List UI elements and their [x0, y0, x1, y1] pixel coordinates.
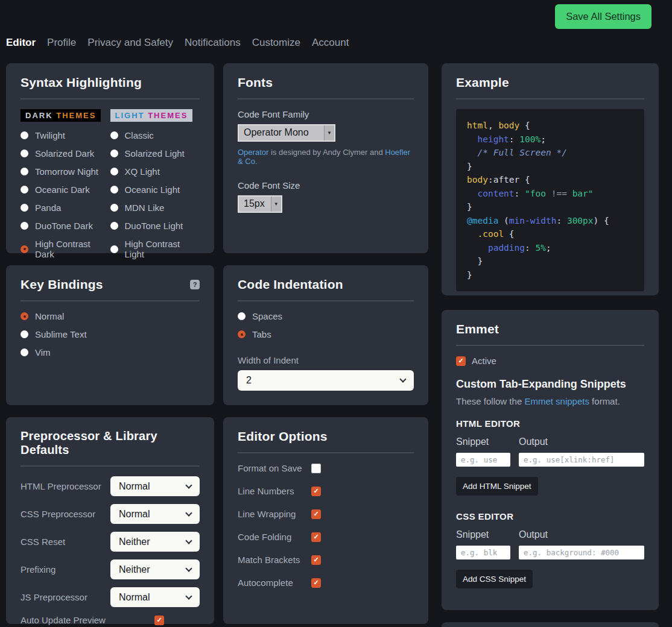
tab-editor[interactable]: Editor: [6, 37, 36, 49]
dark-theme-option[interactable]: High Contrast Dark: [21, 239, 110, 259]
save-all-settings-button[interactable]: Save All Settings: [555, 4, 651, 29]
output-label: Output: [519, 436, 548, 447]
light-theme-option[interactable]: Solarized Light: [110, 148, 200, 159]
help-icon[interactable]: ?: [190, 280, 200, 289]
dark-theme-option[interactable]: Panda: [21, 203, 110, 213]
line-wrapping-checkbox[interactable]: ✓: [311, 509, 321, 519]
code-font-family-select[interactable]: Operator Mono ▼: [238, 124, 335, 142]
tab-account[interactable]: Account: [312, 37, 349, 49]
light-theme-option[interactable]: DuoTone Light: [110, 221, 200, 231]
select-value: Normal: [119, 481, 150, 492]
radio-button[interactable]: [21, 186, 28, 194]
key-binding-option[interactable]: Sublime Text: [21, 329, 200, 339]
radio-button[interactable]: [238, 330, 246, 338]
light-themes-column: LIGHT THEMES ClassicSolarized LightXQ Li…: [110, 109, 200, 267]
dark-theme-option[interactable]: Tomorrow Night: [21, 166, 110, 177]
light-theme-option[interactable]: Oceanic Light: [110, 184, 200, 195]
radio-button[interactable]: [21, 131, 28, 139]
dark-theme-option[interactable]: DuoTone Dark: [21, 221, 110, 231]
format-on-save-checkbox[interactable]: [311, 464, 321, 473]
line-numbers-checkbox[interactable]: ✓: [311, 487, 321, 496]
auto-update-label: Auto Update Preview: [21, 615, 154, 625]
editor-option-label: Line Wrapping: [238, 509, 311, 519]
dark-theme-option[interactable]: Twilight: [21, 130, 110, 140]
match-brackets-checkbox[interactable]: ✓: [311, 555, 321, 565]
emmet-active-checkbox[interactable]: ✓: [456, 356, 466, 366]
radio-button[interactable]: [238, 312, 246, 320]
editor-options-panel: Editor Options Format on SaveLine Number…: [223, 417, 428, 624]
prefixing-select[interactable]: Neither: [110, 559, 200, 579]
dark-theme-option[interactable]: Oceanic Dark: [21, 184, 110, 195]
html-output-input[interactable]: [519, 453, 644, 467]
preprocessor-row: PrefixingNeither: [21, 559, 200, 579]
add-html-snippet-button[interactable]: Add HTML Snippet: [456, 477, 538, 496]
radio-button[interactable]: [110, 168, 118, 175]
radio-button[interactable]: [110, 186, 118, 194]
emmet-snippets-link[interactable]: Emmet snippets: [524, 396, 589, 406]
indentation-option[interactable]: Tabs: [238, 329, 414, 339]
css-snippet-inputs: [456, 546, 644, 559]
radio-button[interactable]: [21, 348, 28, 356]
chevron-down-icon: [185, 509, 192, 516]
radio-button[interactable]: [21, 168, 28, 175]
radio-button[interactable]: [21, 330, 28, 338]
code-folding-checkbox[interactable]: ✓: [311, 532, 321, 542]
indentation-option[interactable]: Spaces: [238, 311, 414, 321]
css-preprocessor-select[interactable]: Normal: [110, 504, 200, 524]
autocomplete-checkbox[interactable]: ✓: [311, 578, 321, 588]
code-token: (: [498, 216, 509, 225]
code-token: :: [509, 134, 519, 144]
key-binding-option[interactable]: Normal: [21, 311, 200, 321]
css-output-input[interactable]: [519, 546, 644, 559]
js-preprocessor-select[interactable]: Normal: [110, 587, 200, 607]
css-reset-select[interactable]: Neither: [110, 532, 200, 552]
light-theme-option[interactable]: Classic: [110, 130, 200, 140]
light-theme-option[interactable]: MDN Like: [110, 203, 200, 213]
select-value: Normal: [119, 509, 150, 520]
radio-button[interactable]: [21, 312, 28, 320]
code-font-size-select[interactable]: 15px ▼: [238, 195, 282, 213]
preprocessor-row: JS PreprocessorNormal: [21, 587, 200, 607]
add-css-snippet-button[interactable]: Add CSS Snippet: [456, 570, 533, 588]
key-bindings-list: NormalSublime TextVim: [21, 311, 200, 358]
radio-button[interactable]: [110, 150, 118, 157]
html-preprocessor-select[interactable]: Normal: [110, 476, 200, 496]
code-token: {: [519, 121, 530, 130]
auto-update-checkbox[interactable]: ✓: [154, 616, 164, 625]
code-token: min-width: [509, 216, 557, 225]
light-theme-option[interactable]: High Contrast Light: [110, 239, 200, 259]
radio-button[interactable]: [110, 131, 118, 139]
snippet-label: Snippet: [456, 529, 519, 540]
example-panel: Example html, body { height: 100%; /* Fu…: [442, 63, 659, 295]
light-theme-option[interactable]: XQ Light: [110, 166, 200, 177]
dark-theme-label: High Contrast Dark: [35, 239, 110, 259]
key-binding-label: Normal: [35, 311, 64, 321]
editor-option-row: Line Numbers✓: [238, 486, 414, 496]
tab-customize[interactable]: Customize: [252, 37, 300, 49]
code-line: .cool {: [467, 227, 633, 241]
tab-privacy-and-safety[interactable]: Privacy and Safety: [87, 37, 173, 49]
dark-theme-option[interactable]: Solarized Dark: [21, 148, 110, 159]
tab-profile[interactable]: Profile: [47, 37, 76, 49]
radio-button[interactable]: [21, 245, 28, 253]
radio-button[interactable]: [21, 204, 28, 212]
dark-badge-word: THEMES: [56, 111, 96, 120]
radio-button[interactable]: [21, 222, 28, 230]
chevron-down-icon: [399, 376, 406, 382]
radio-button[interactable]: [110, 204, 118, 212]
radio-button[interactable]: [110, 245, 118, 253]
key-binding-option[interactable]: Vim: [21, 347, 200, 358]
tab-notifications[interactable]: Notifications: [185, 37, 241, 49]
light-theme-label: MDN Like: [125, 203, 165, 213]
code-token: @media: [467, 216, 498, 225]
html-snippet-input[interactable]: [456, 453, 510, 467]
width-of-indent-select[interactable]: 2: [238, 370, 414, 391]
editor-option-row: Format on Save: [238, 463, 414, 473]
light-badge-word: LIGHT: [115, 111, 145, 120]
preprocessor-label: CSS Preprocessor: [21, 509, 95, 519]
css-snippet-input[interactable]: [456, 546, 510, 559]
radio-button[interactable]: [110, 222, 118, 230]
operator-link[interactable]: Operator: [238, 148, 268, 157]
code-token: bar": [567, 189, 594, 198]
radio-button[interactable]: [21, 150, 28, 157]
